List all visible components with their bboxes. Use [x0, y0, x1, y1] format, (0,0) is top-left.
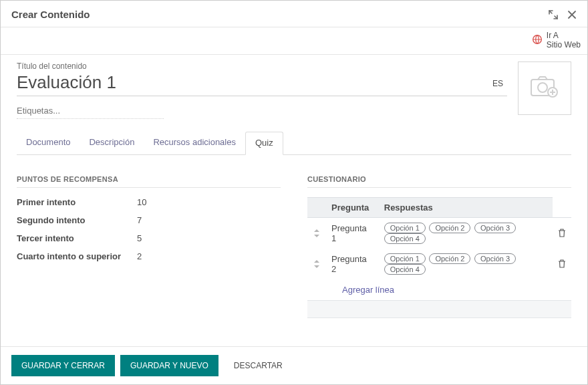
col-handle — [307, 197, 326, 217]
globe-icon — [532, 34, 543, 47]
reward-value[interactable]: 5 — [137, 233, 142, 243]
answer-pill[interactable]: Opción 3 — [474, 223, 516, 233]
language-badge[interactable]: ES — [488, 79, 507, 88]
drag-handle-icon[interactable] — [307, 217, 326, 249]
reward-row: Tercer intento 5 — [17, 233, 281, 243]
answer-pill[interactable]: Opción 4 — [384, 264, 426, 275]
content-title-label: Título del contenido — [17, 61, 507, 71]
modal-body: Título del contenido ES Documento Descri… — [1, 55, 587, 346]
quiz-table: Pregunta Respuestas Pregunta 1 — [307, 197, 571, 318]
image-upload-placeholder[interactable] — [518, 61, 571, 115]
reward-value[interactable]: 2 — [137, 251, 142, 261]
table-footer-spacer — [307, 300, 571, 317]
modal-title: Crear Contenido — [11, 9, 539, 20]
quiz-heading: CUESTIONARIO — [307, 175, 571, 188]
drag-handle-icon[interactable] — [307, 249, 326, 279]
tab-descripcion[interactable]: Descripción — [80, 132, 144, 155]
col-question: Pregunta — [326, 197, 379, 217]
answers-cell[interactable]: Opción 1 Opción 2 Opción 3 Opción 4 — [379, 217, 553, 249]
delete-row-button[interactable] — [553, 217, 571, 249]
tab-quiz[interactable]: Quiz — [245, 132, 283, 155]
modal-header: Crear Contenido — [1, 1, 587, 27]
reward-row: Cuarto intento o superior 2 — [17, 251, 281, 261]
reward-row: Primer intento 10 — [17, 197, 281, 207]
col-delete — [553, 197, 571, 217]
modal-create-content: Crear Contenido Ir ASitio Web Título del… — [0, 0, 588, 385]
expand-icon[interactable] — [549, 10, 558, 19]
save-close-button[interactable]: GUARDAR Y CERRAR — [11, 355, 115, 376]
reward-value[interactable]: 10 — [137, 197, 146, 207]
answer-pill[interactable]: Opción 1 — [384, 223, 426, 233]
camera-plus-icon — [530, 75, 559, 101]
tags-input[interactable] — [17, 106, 164, 119]
answer-pill[interactable]: Opción 1 — [384, 253, 426, 264]
close-icon[interactable] — [567, 10, 577, 19]
question-cell[interactable]: Pregunta 2 — [326, 249, 379, 279]
reward-label: Primer intento — [17, 197, 137, 207]
tab-recursos[interactable]: Recursos adicionales — [144, 132, 245, 155]
go-to-website-label: Ir ASitio Web — [547, 31, 581, 50]
discard-button[interactable]: DESCARTAR — [224, 355, 293, 376]
reward-label: Segundo intento — [17, 215, 137, 225]
add-line-button[interactable]: Agregar línea — [307, 279, 571, 300]
go-to-website-button[interactable]: Ir ASitio Web — [532, 31, 581, 50]
table-row[interactable]: Pregunta 1 Opción 1 Opción 2 Opción 3 Op… — [307, 217, 571, 249]
answer-pill[interactable]: Opción 4 — [384, 233, 426, 244]
top-bar: Ir ASitio Web — [1, 27, 587, 55]
answer-pill[interactable]: Opción 2 — [429, 223, 470, 233]
table-row[interactable]: Pregunta 2 Opción 1 Opción 2 Opción 3 Op… — [307, 249, 571, 279]
tab-documento[interactable]: Documento — [17, 132, 80, 155]
reward-label: Tercer intento — [17, 233, 137, 243]
col-answers: Respuestas — [379, 197, 553, 217]
svg-point-2 — [538, 83, 547, 92]
add-line-row: Agregar línea — [307, 279, 571, 301]
reward-value[interactable]: 7 — [137, 215, 142, 225]
modal-footer: GUARDAR Y CERRAR GUARDAR Y NUEVO DESCART… — [1, 346, 587, 384]
answer-pill[interactable]: Opción 3 — [474, 253, 516, 264]
save-new-button[interactable]: GUARDAR Y NUEVO — [120, 355, 218, 376]
reward-row: Segundo intento 7 — [17, 215, 281, 225]
reward-label: Cuarto intento o superior — [17, 251, 137, 261]
answer-pill[interactable]: Opción 2 — [429, 253, 470, 264]
reward-heading: PUNTOS DE RECOMPENSA — [17, 175, 281, 188]
tabs: Documento Descripción Recursos adicional… — [17, 131, 571, 155]
delete-row-button[interactable] — [553, 249, 571, 279]
content-title-input[interactable] — [17, 72, 488, 96]
answers-cell[interactable]: Opción 1 Opción 2 Opción 3 Opción 4 — [379, 249, 553, 279]
question-cell[interactable]: Pregunta 1 — [326, 217, 379, 249]
